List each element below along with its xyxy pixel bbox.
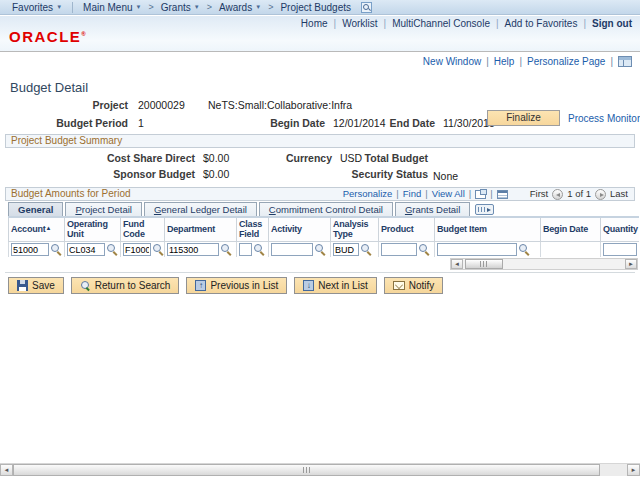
operating-unit-lookup-icon[interactable] — [107, 244, 118, 255]
download-grid-icon[interactable] — [497, 190, 508, 199]
col-analysis-type-label: Analysis Type — [333, 219, 368, 239]
breadcrumb-grants[interactable]: Grants ▼ — [155, 2, 206, 13]
col-begin-date[interactable]: Begin Date — [541, 217, 601, 241]
show-all-columns-icon[interactable] — [475, 204, 494, 215]
registered-mark: ® — [81, 31, 85, 37]
breadcrumb: Favorites ▼ Main Menu ▼ > Grants ▼ > Awa… — [0, 0, 640, 15]
department-input[interactable] — [167, 243, 219, 256]
multichannel-console-link[interactable]: MultiChannel Console — [392, 18, 490, 29]
personalize-link[interactable]: Personalize — [343, 188, 393, 200]
notify-button[interactable]: Notify — [384, 277, 444, 294]
chevron-down-icon: ▼ — [136, 4, 142, 10]
activity-lookup-icon[interactable] — [315, 244, 326, 255]
col-begin-date-label: Begin Date — [543, 224, 588, 234]
tab-project-detail[interactable]: Project Detail — [65, 202, 142, 216]
col-product[interactable]: Product — [379, 217, 435, 241]
process-monitor-link[interactable]: Process Monitor — [568, 113, 640, 124]
personalize-page-link[interactable]: Personalize Page — [527, 56, 605, 67]
tab-grants-detail[interactable]: Grants Detail — [395, 202, 470, 216]
department-lookup-icon[interactable] — [221, 244, 232, 255]
next-in-list-button[interactable]: ↓ Next in List — [294, 277, 376, 294]
account-lookup-icon[interactable] — [51, 244, 62, 255]
scroll-right-icon[interactable]: ► — [625, 259, 637, 269]
col-fund-code-label: Fund Code — [123, 219, 145, 239]
save-button[interactable]: Save — [8, 277, 64, 294]
breadcrumb-search-icon[interactable] — [361, 2, 372, 13]
awards-label: Awards — [219, 2, 252, 13]
project-label: Project — [58, 99, 128, 111]
sort-ascending-icon: ▲ — [46, 225, 52, 231]
col-activity[interactable]: Activity — [269, 217, 331, 241]
oracle-logo-text: ORACLE — [9, 28, 81, 45]
grid-data-row — [9, 241, 640, 257]
separator: | — [334, 18, 337, 29]
page-horizontal-scrollbar[interactable]: ◄ ► — [0, 463, 640, 476]
col-budget-item[interactable]: Budget Item — [435, 217, 541, 241]
col-analysis-type[interactable]: Analysis Type — [331, 217, 379, 241]
page-scrollbar-thumb[interactable] — [13, 464, 600, 476]
favorites-menu[interactable]: Favorites ▼ — [6, 2, 68, 13]
col-quantity[interactable]: Quantity — [601, 217, 640, 241]
page-link-bar: New Window | Help | Personalize Page | — [423, 56, 632, 67]
return-to-search-label: Return to Search — [95, 280, 171, 291]
tab-general-ledger-detail[interactable]: General Ledger Detail — [144, 202, 257, 216]
col-department[interactable]: Department — [165, 217, 237, 241]
scroll-right-icon[interactable]: ► — [627, 464, 640, 476]
budget-item-input[interactable] — [437, 243, 517, 256]
tab-grants-detail-label: Grants Detail — [405, 204, 460, 215]
budget-item-lookup-icon[interactable] — [519, 244, 530, 255]
add-to-favorites-link[interactable]: Add to Favorites — [505, 18, 578, 29]
activity-input[interactable] — [271, 243, 313, 256]
zoom-grid-icon[interactable] — [475, 190, 486, 199]
budget-period-label: Budget Period — [40, 117, 128, 129]
col-budget-item-label: Budget Item — [437, 224, 487, 234]
finalize-button[interactable]: Finalize — [487, 110, 560, 126]
chevron-down-icon: ▼ — [56, 4, 62, 10]
view-all-link[interactable]: View All — [432, 188, 465, 200]
analysis-type-lookup-icon[interactable] — [361, 244, 372, 255]
class-field-input[interactable] — [239, 243, 252, 256]
analysis-type-input[interactable] — [333, 243, 359, 256]
fund-code-lookup-icon[interactable] — [153, 244, 164, 255]
cost-share-direct-value: $0.00 — [203, 152, 229, 164]
separator: | — [396, 188, 398, 200]
home-link[interactable]: Home — [301, 18, 328, 29]
fund-code-input[interactable] — [123, 243, 151, 256]
sign-out-link[interactable]: Sign out — [592, 18, 632, 29]
col-account[interactable]: Account▲ — [9, 217, 65, 241]
scroll-left-icon[interactable]: ◄ — [451, 259, 463, 269]
worklist-link[interactable]: Worklist — [342, 18, 377, 29]
previous-in-list-button[interactable]: ↑ Previous in List — [186, 277, 287, 294]
return-to-search-button[interactable]: Return to Search — [71, 277, 180, 294]
grid-scrollbar-thumb[interactable] — [465, 259, 503, 269]
class-field-lookup-icon[interactable] — [254, 244, 265, 255]
budget-amounts-title: Budget Amounts for Period — [11, 188, 131, 199]
page-layout-icon[interactable] — [618, 56, 632, 67]
product-input[interactable] — [381, 243, 417, 256]
col-class-field[interactable]: Class Field — [237, 217, 269, 241]
main-menu[interactable]: Main Menu ▼ — [77, 2, 147, 13]
tab-commitment-control-detail[interactable]: Commitment Control Detail — [259, 202, 393, 216]
divider — [72, 2, 73, 13]
breadcrumb-awards[interactable]: Awards ▼ — [213, 2, 267, 13]
separator: | — [490, 188, 492, 200]
tab-general[interactable]: General — [8, 202, 63, 216]
quantity-input[interactable] — [603, 243, 637, 256]
new-window-link[interactable]: New Window — [423, 56, 481, 67]
chevron-down-icon: ▼ — [255, 4, 261, 10]
tab-commitment-control-detail-label: Commitment Control Detail — [269, 204, 383, 215]
next-row-icon[interactable] — [595, 189, 606, 200]
previous-row-icon[interactable] — [552, 189, 563, 200]
scroll-left-icon[interactable]: ◄ — [0, 464, 13, 476]
product-lookup-icon[interactable] — [419, 244, 430, 255]
col-fund-code[interactable]: Fund Code — [121, 217, 165, 241]
account-input[interactable] — [11, 243, 49, 256]
find-link[interactable]: Find — [403, 188, 421, 200]
operating-unit-input[interactable] — [67, 243, 105, 256]
col-operating-unit[interactable]: Operating Unit — [65, 217, 121, 241]
help-link[interactable]: Help — [494, 56, 515, 67]
breadcrumb-project-budgets[interactable]: Project Budgets — [274, 2, 357, 13]
separator: | — [425, 188, 427, 200]
grid-horizontal-scrollbar[interactable]: ◄ ► — [450, 258, 638, 270]
previous-in-list-label: Previous in List — [210, 280, 278, 291]
